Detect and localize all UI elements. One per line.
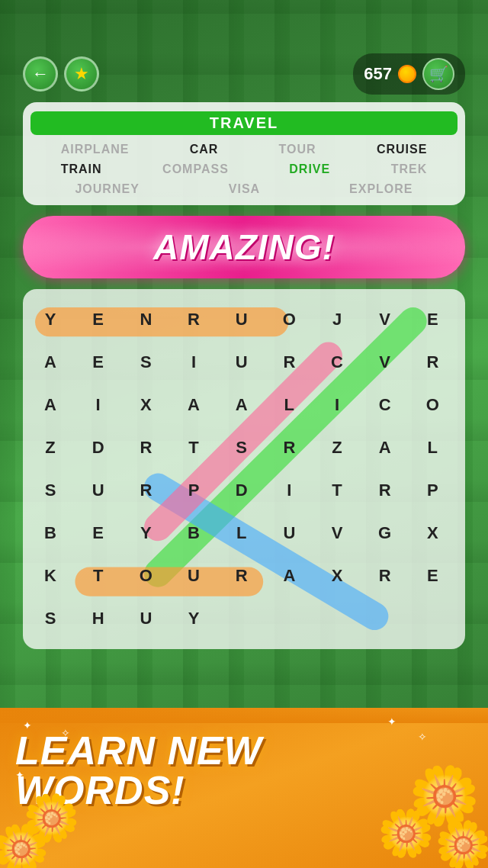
- grid-cell-1-0: A: [29, 341, 72, 384]
- grid-cell-3-3: T: [172, 426, 215, 469]
- amazing-banner: AMAZING!: [23, 216, 465, 278]
- grid-cell-5-2: Y: [124, 512, 167, 555]
- grid-cell-6-2: O: [124, 555, 167, 597]
- grid-cell-4-8: P: [411, 469, 454, 512]
- grid-container: YENRUOJVEAESIURCVRAIXAALICOZDRTSRZALSURP…: [23, 289, 465, 649]
- grid-cell-1-8: R: [411, 341, 454, 384]
- back-icon: ←: [32, 64, 49, 84]
- grid-cell-3-2: R: [124, 426, 167, 469]
- grid-cell-0-2: N: [124, 298, 167, 341]
- sparkle-3: ✦: [387, 715, 396, 728]
- word-grid: YENRUOJVEAESIURCVRAIXAALICOZDRTSRZALSURP…: [29, 298, 459, 640]
- grid-cell-2-4: A: [220, 384, 263, 426]
- score-value: 657: [364, 64, 392, 84]
- grid-cell-1-4: U: [220, 341, 263, 384]
- grid-cell-6-5: A: [268, 555, 310, 597]
- cart-icon: 🛒: [429, 65, 448, 83]
- grid-cell-2-6: I: [316, 384, 358, 426]
- cart-button[interactable]: 🛒: [422, 58, 454, 90]
- grid-cell-0-8: E: [411, 298, 454, 341]
- grid-cell-0-5: O: [268, 298, 310, 341]
- word-airplane: AIRPLANE: [56, 141, 134, 158]
- grid-cell-7-7: [364, 597, 406, 640]
- word-rows: AIRPLANE CAR TOUR CRUISE TRAIN COMPASS D…: [30, 141, 458, 198]
- bottom-promo: ✦ ✧ ✦ ✧ ✦ LEARN NEW WORDS! 🌼 🌼 🌼 🌼 🌼: [0, 708, 488, 868]
- grid-cell-2-1: I: [77, 384, 120, 426]
- grid-cell-1-3: I: [172, 341, 215, 384]
- score-area: 657 🛒: [353, 53, 465, 95]
- grid-cell-2-2: X: [124, 384, 167, 426]
- grid-cell-0-0: Y: [29, 298, 72, 341]
- grid-cell-7-8: [411, 597, 454, 640]
- favorite-button[interactable]: ★: [64, 56, 99, 92]
- grid-cell-4-0: S: [29, 469, 72, 512]
- grid-cell-5-4: L: [220, 512, 263, 555]
- back-button[interactable]: ←: [23, 56, 58, 92]
- word-journey: JOURNEY: [70, 181, 143, 198]
- grid-cell-1-2: S: [124, 341, 167, 384]
- word-compass: COMPASS: [158, 161, 233, 178]
- word-train: TRAIN: [56, 161, 107, 178]
- word-car: CAR: [185, 141, 223, 158]
- word-row-1: AIRPLANE CAR TOUR CRUISE: [30, 141, 458, 158]
- grid-cell-0-6: J: [316, 298, 358, 341]
- grid-cell-1-7: V: [364, 341, 406, 384]
- grid-cell-4-6: T: [316, 469, 358, 512]
- sparkle-4: ✧: [418, 731, 427, 743]
- flower-left-2: 🌼: [23, 791, 80, 845]
- grid-cell-0-3: R: [172, 298, 215, 341]
- sparkle-1: ✦: [23, 719, 32, 731]
- grid-cell-5-8: X: [411, 512, 454, 555]
- sparkle-2: ✧: [61, 727, 70, 739]
- top-bar: ← ★ 657 🛒: [23, 53, 465, 95]
- word-panel: TRAVEL AIRPLANE CAR TOUR CRUISE TRAIN CO…: [23, 102, 465, 205]
- grid-cell-2-7: C: [364, 384, 406, 426]
- grid-cell-6-8: E: [411, 555, 454, 597]
- grid-cell-3-0: Z: [29, 426, 72, 469]
- grid-cell-4-2: R: [124, 469, 167, 512]
- grid-cell-6-3: U: [172, 555, 215, 597]
- grid-cell-2-8: O: [411, 384, 454, 426]
- grid-cell-2-5: L: [268, 384, 310, 426]
- grid-cell-5-1: E: [77, 512, 120, 555]
- grid-cell-1-6: C: [316, 341, 358, 384]
- main-container: ← ★ 657 🛒 TRAVEL AIRPLANE CAR TOUR CRUIS…: [23, 53, 465, 649]
- word-explore: EXPLORE: [345, 181, 417, 198]
- grid-cell-7-1: H: [77, 597, 120, 640]
- word-row-3: JOURNEY VISA EXPLORE: [30, 181, 458, 198]
- word-trek: TREK: [387, 161, 432, 178]
- sparkle-5: ✦: [15, 769, 24, 781]
- grid-cell-4-7: R: [364, 469, 406, 512]
- grid-cell-3-4: S: [220, 426, 263, 469]
- grid-cell-2-3: A: [172, 384, 215, 426]
- top-left-buttons: ← ★: [23, 56, 99, 92]
- word-visa: VISA: [224, 181, 265, 198]
- grid-cell-3-7: A: [364, 426, 406, 469]
- grid-cell-6-4: R: [220, 555, 263, 597]
- grid-cell-7-5: [268, 597, 310, 640]
- grid-cell-5-5: U: [268, 512, 310, 555]
- word-row-2: TRAIN COMPASS DRIVE TREK: [30, 161, 458, 178]
- grid-cell-3-1: D: [77, 426, 120, 469]
- grid-cell-4-1: U: [77, 469, 120, 512]
- promo-line1: LEARN NEW: [15, 731, 473, 770]
- grid-cell-3-6: Z: [316, 426, 358, 469]
- grid-cell-1-5: R: [268, 341, 310, 384]
- grid-cell-6-0: K: [29, 555, 72, 597]
- grid-cell-6-1: T: [77, 555, 120, 597]
- grid-cell-4-3: P: [172, 469, 215, 512]
- flower-right-3: 🌼: [377, 806, 435, 860]
- promo-line2: WORDS!: [15, 770, 473, 810]
- grid-cell-7-3: Y: [172, 597, 215, 640]
- word-drive: DRIVE: [284, 161, 335, 178]
- grid-cell-6-6: X: [316, 555, 358, 597]
- grid-cell-4-5: I: [268, 469, 310, 512]
- grid-cell-5-6: V: [316, 512, 358, 555]
- star-icon: ★: [74, 64, 89, 84]
- grid-cell-3-8: L: [411, 426, 454, 469]
- coin-icon: [398, 65, 416, 83]
- grid-cell-6-7: R: [364, 555, 406, 597]
- category-label: TRAVEL: [30, 111, 458, 135]
- word-tour: TOUR: [274, 141, 321, 158]
- grid-cell-7-0: S: [29, 597, 72, 640]
